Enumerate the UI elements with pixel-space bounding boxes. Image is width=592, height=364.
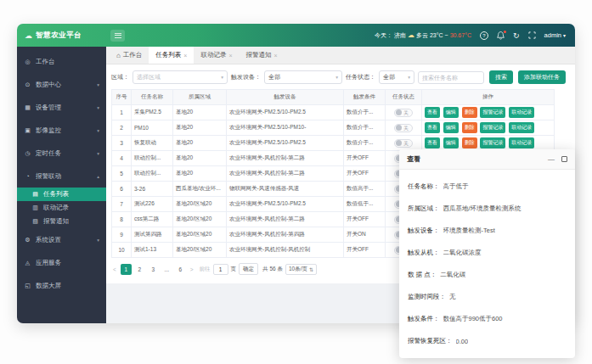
alarm-record-button[interactable]: 报警记录	[480, 107, 505, 118]
tab-task-list[interactable]: 任务列表 ×	[149, 47, 194, 64]
sidebar-item-video-monitor[interactable]: ▣ 影像监控 ▾	[17, 119, 106, 142]
sidebar-item-app-service[interactable]: ◬ 应用服务	[17, 251, 106, 274]
field-label: 任务名称：	[408, 182, 440, 191]
sidebar-item-workbench[interactable]: ◎ 工作台	[17, 50, 106, 73]
sidebar-item-data-center[interactable]: ⊙ 数据中心 ▾	[17, 73, 106, 96]
page-2[interactable]: 2	[134, 264, 145, 275]
field-value: 二氧化碳	[440, 271, 465, 279]
delete-button[interactable]: 删除	[462, 137, 477, 148]
confirm-button[interactable]: 确定	[239, 263, 258, 275]
status-cell: 关	[386, 120, 422, 136]
task-name-cell: 测试226	[132, 197, 173, 212]
close-icon[interactable]: ×	[228, 53, 232, 59]
sidebar-item-settings[interactable]: ⚙ 系统设置 ▾	[17, 228, 106, 251]
sidebar-item-label: 设备管理	[36, 104, 61, 112]
view-button[interactable]: 查看	[425, 137, 440, 148]
status-toggle[interactable]: 关	[394, 109, 413, 117]
page-6[interactable]: 6	[175, 264, 186, 275]
status-toggle[interactable]: 关	[394, 139, 413, 148]
refresh-icon[interactable]: ↻	[513, 31, 520, 40]
edit-button[interactable]: 编辑	[443, 137, 459, 148]
field-value: 二氧化碳浓度	[443, 249, 482, 257]
index-cell: 1	[112, 105, 132, 120]
header-right: 今天： 济南 ☁ 多云 23°C ~ 30.67°C ? ↻ admin ▾	[375, 31, 575, 40]
logo-cloud-icon: ☁	[25, 31, 32, 40]
user-menu[interactable]: admin ▾	[544, 31, 566, 39]
add-task-button[interactable]: 添加联动任务	[518, 70, 566, 84]
close-icon[interactable]: ×	[183, 53, 187, 59]
tab-alarm-notice[interactable]: 报警通知 ×	[240, 47, 285, 64]
tab-linkage-record[interactable]: 联动记录 ×	[194, 47, 239, 64]
tab-label: 联动记录	[200, 51, 226, 59]
index-cell: 6	[112, 182, 132, 197]
index-cell: 9	[112, 227, 132, 243]
maximize-icon[interactable]	[561, 156, 567, 162]
delete-button[interactable]: 删除	[462, 122, 477, 133]
sidebar-item-label: 应用服务	[36, 259, 61, 267]
jump-page-input[interactable]	[213, 264, 228, 275]
sidebar-item-device-mgmt[interactable]: ▦ 设备管理 ▾	[17, 96, 106, 119]
sidebar-item-alarm-notice[interactable]: ▧ 报警通知	[17, 215, 106, 228]
close-icon[interactable]: ×	[274, 53, 278, 59]
notification-bell-icon[interactable]	[497, 31, 505, 40]
device-cell: 农业环境网关-风机控制-第四路	[227, 227, 344, 243]
sidebar-item-linkage-record[interactable]: ▥ 联动记录	[17, 201, 106, 215]
field-label: 监测时间段：	[408, 293, 446, 301]
status-select[interactable]: 全部 ▾	[379, 70, 414, 84]
field-value: 数值高于990低于600	[443, 315, 503, 323]
view-button[interactable]: 查看	[425, 122, 440, 133]
toggle-label: 关	[403, 110, 409, 115]
video-monitor-icon: ▣	[24, 127, 31, 134]
next-page-button[interactable]: >	[189, 266, 195, 272]
device-cell: 农业环境网关-风机控制-风机控制	[227, 243, 344, 258]
linkage-record-button[interactable]: 联动记录	[509, 107, 534, 118]
edit-button[interactable]: 编辑	[443, 122, 459, 133]
tab-label: 报警通知	[246, 51, 272, 59]
view-button[interactable]: 查看	[425, 107, 440, 118]
tab-workbench[interactable]: ⌂ 工作台	[110, 47, 149, 64]
page-3[interactable]: 3	[148, 264, 159, 275]
sidebar-item-alarm-linkage[interactable]: ◔ 报警联动 ▴	[17, 165, 106, 188]
device-select[interactable]: 全部 ▾	[264, 70, 342, 84]
delete-button[interactable]: 删除	[462, 107, 477, 118]
prev-page-button[interactable]: <	[111, 266, 118, 272]
linkage-record-button[interactable]: 联动记录	[509, 122, 534, 133]
edit-button[interactable]: 编辑	[443, 107, 459, 118]
fullscreen-icon[interactable]	[528, 31, 536, 39]
region-select[interactable]: 选择区域 ▾	[132, 70, 228, 84]
index-cell: 7	[112, 197, 132, 212]
menu-toggle-button[interactable]	[110, 30, 125, 42]
page-ellipsis[interactable]: ...	[161, 264, 172, 275]
alarm-record-button[interactable]: 报警记录	[480, 122, 505, 133]
field-label: 触发从机：	[408, 249, 440, 257]
sidebar-item-label: 报警联动	[36, 172, 61, 181]
status-value: 全部	[383, 73, 395, 81]
page-1[interactable]: 1	[121, 264, 132, 275]
detail-panel: 查看 — 任务名称： 高于低于 所属区域： 西瓜基地/环境质量检测系统 触发设备…	[399, 149, 575, 358]
col-trigger-condition: 触发条件	[344, 90, 386, 105]
sidebar-item-data-screen[interactable]: ◱ 数据大屏	[17, 274, 106, 297]
sidebar-item-label: 工作台	[36, 58, 55, 66]
chevron-icon: ▾	[97, 151, 99, 156]
page-size-select[interactable]: 10条/页 ⇅	[285, 264, 317, 275]
weather-info: 今天： 济南 ☁ 多云 23°C ~ 30.67°C	[375, 31, 471, 40]
jump-label: 前往	[200, 266, 211, 273]
search-button[interactable]: 搜索	[489, 70, 513, 84]
device-cell: 农业环境网关-PM2.5/10-PM2.5	[227, 105, 344, 120]
task-name-cell: 联动控制...	[132, 151, 173, 166]
task-search-input[interactable]	[418, 71, 484, 84]
operations-cell: 查看 编辑 删除 报警记录 联动记录	[422, 105, 555, 120]
help-icon[interactable]: ?	[480, 31, 488, 40]
notification-badge	[504, 31, 507, 34]
minimize-icon[interactable]: —	[548, 156, 555, 163]
chevron-down-icon: ▾	[218, 75, 223, 80]
linkage-record-button[interactable]: 联动记录	[509, 137, 534, 148]
status-toggle[interactable]: 关	[394, 124, 413, 132]
sidebar-item-scheduled-task[interactable]: ◷ 定时任务 ▾	[17, 142, 106, 165]
alarm-record-button[interactable]: 报警记录	[480, 137, 505, 148]
sidebar-item-task-list[interactable]: ▤ 任务列表	[17, 188, 106, 201]
workbench-icon: ◎	[24, 59, 31, 65]
sidebar-item-label: 联动记录	[43, 204, 69, 212]
detail-body: 任务名称： 高于低于 所属区域： 西瓜基地/环境质量检测系统 触发设备： 环境质…	[399, 170, 575, 352]
device-cell: 农业环境网关-PM2.5/10-PM2.5	[227, 136, 344, 151]
